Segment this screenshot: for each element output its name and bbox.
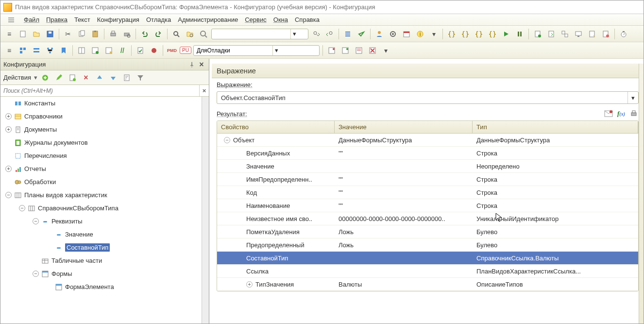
cut-icon[interactable]: ✂ xyxy=(62,28,74,40)
add-icon[interactable] xyxy=(39,72,51,84)
print-result-icon[interactable] xyxy=(629,109,639,119)
tree-row[interactable]: Значение xyxy=(0,228,209,241)
edit-icon[interactable] xyxy=(53,72,65,84)
config-tree[interactable]: Константы+Справочники+ДокументыЖурналы д… xyxy=(0,97,209,324)
print-preview-icon[interactable] xyxy=(121,28,133,40)
doc-plus-icon[interactable] xyxy=(532,28,543,40)
tree-row[interactable]: −Формы xyxy=(0,267,209,280)
grid-row[interactable]: СоставнойТипСправочникСсылка.Валюты xyxy=(217,252,638,265)
win4-icon[interactable] xyxy=(367,45,378,56)
grid-row[interactable]: +ТипЗначенияВалютыОписаниеТипов xyxy=(217,278,638,291)
grid-row[interactable]: ЗначениеНеопределено xyxy=(217,160,638,173)
settings-icon[interactable] xyxy=(387,28,399,40)
tree-row[interactable]: −СправочникСВыборомТипа xyxy=(0,202,209,215)
actions-menu[interactable]: Действия xyxy=(3,74,31,81)
expand-collapse-icon[interactable]: − xyxy=(33,271,39,277)
expand-collapse-icon[interactable]: − xyxy=(33,218,39,224)
list-icon[interactable] xyxy=(342,28,354,40)
doc-group-icon[interactable] xyxy=(559,28,571,40)
clear-search-icon[interactable]: × xyxy=(199,85,209,96)
menu-windows[interactable]: Окна xyxy=(273,16,288,23)
menu-help[interactable]: Справка xyxy=(295,16,320,23)
win3-icon[interactable] xyxy=(353,45,365,56)
menu-configuration[interactable]: Конфигурация xyxy=(97,16,139,23)
chevron-down-icon[interactable]: ▾ xyxy=(34,74,37,81)
fx-icon[interactable]: f(x) xyxy=(616,109,626,119)
right-dock-strip[interactable] xyxy=(639,64,644,324)
open-folder-icon[interactable] xyxy=(31,28,42,40)
run-play-icon[interactable] xyxy=(500,28,512,40)
tree-row[interactable]: +Справочники xyxy=(0,110,209,123)
table-refresh-icon[interactable] xyxy=(89,45,101,56)
module-list-icon[interactable] xyxy=(31,45,42,56)
win1-icon[interactable] xyxy=(326,45,338,56)
grid-row[interactable]: ИмяПредопределенн..""Строка xyxy=(217,173,638,186)
tree-row[interactable]: СоставнойТип xyxy=(0,241,209,254)
doc-arrow-icon[interactable] xyxy=(545,28,557,40)
grid-row[interactable]: ПометкаУдаленияЛожьБулево xyxy=(217,225,638,239)
toggle-icon[interactable]: ≡ xyxy=(3,28,15,40)
table-lock-icon[interactable] xyxy=(103,45,115,56)
tree-row[interactable]: Журналы документов xyxy=(0,136,209,149)
tree-row[interactable]: Перечисления xyxy=(0,149,209,162)
tree-row[interactable]: −Планы видов характеристик xyxy=(0,188,209,202)
add-doc-icon[interactable] xyxy=(67,72,78,84)
expand-collapse-icon[interactable]: − xyxy=(5,192,12,198)
tree-row[interactable]: −Реквизиты xyxy=(0,215,209,228)
tree-row[interactable]: ФормаЭлемента xyxy=(0,280,209,293)
tree-row[interactable]: Константы xyxy=(0,97,209,110)
module-tree-icon[interactable] xyxy=(44,45,56,56)
doc-monitor-icon[interactable] xyxy=(573,28,584,40)
comment-icon[interactable]: // xyxy=(117,45,128,56)
chevron-down-icon[interactable]: ▾ xyxy=(627,92,638,103)
expression-input[interactable]: Объект.СоставнойТип ▾ xyxy=(217,91,639,104)
stopwatch-icon[interactable] xyxy=(618,28,629,40)
win2-icon[interactable] xyxy=(339,45,351,56)
grid-row[interactable]: ВерсияДанных""Строка xyxy=(217,147,638,160)
debug-target-input[interactable] xyxy=(194,46,272,55)
grid-row[interactable]: ПредопределенныйЛожьБулево xyxy=(217,239,638,252)
copy-icon[interactable] xyxy=(76,28,87,40)
chevron-down-icon[interactable]: ▾ xyxy=(380,45,392,56)
save-icon[interactable] xyxy=(44,28,56,40)
pause-icon[interactable] xyxy=(514,28,525,40)
find-next-icon[interactable] xyxy=(310,28,322,40)
menu-debug[interactable]: Отладка xyxy=(146,16,171,23)
brace-out-icon[interactable]: {} xyxy=(473,28,485,40)
pin-icon[interactable] xyxy=(188,61,195,68)
toggle2-icon[interactable]: ≡ xyxy=(3,45,15,56)
expand-collapse-icon[interactable]: + xyxy=(5,113,12,119)
redo-icon[interactable] xyxy=(153,28,164,40)
bookmark-icon[interactable] xyxy=(58,45,69,56)
chevron-down-icon[interactable]: ▾ xyxy=(272,46,280,55)
col-property[interactable]: Свойство xyxy=(217,121,335,133)
brace-step-icon[interactable]: {} xyxy=(446,28,458,40)
scrollbar[interactable] xyxy=(202,97,209,324)
delete-icon[interactable]: × xyxy=(80,72,92,84)
menu-edit[interactable]: Правка xyxy=(46,16,68,23)
find-prev-icon[interactable] xyxy=(324,28,336,40)
tree-row[interactable]: Обработки xyxy=(0,175,209,188)
paste-icon[interactable] xyxy=(89,28,101,40)
table-a-icon[interactable] xyxy=(76,45,87,56)
grid-row[interactable]: Наименование""Строка xyxy=(217,199,638,212)
chevron-down-icon[interactable]: ▾ xyxy=(428,28,440,40)
envelope-icon[interactable] xyxy=(604,109,613,119)
expand-collapse-icon[interactable]: + xyxy=(246,281,253,288)
menu-admin[interactable]: Администрирование xyxy=(178,16,238,23)
brace-run-icon[interactable]: {} xyxy=(487,28,498,40)
col-type[interactable]: Тип xyxy=(473,121,638,133)
menu-file[interactable]: Файл xyxy=(24,16,39,23)
grid-row[interactable]: Код""Строка xyxy=(217,186,638,199)
tree-row[interactable]: Табличные части xyxy=(0,254,209,267)
config-search-input[interactable] xyxy=(0,87,199,94)
zoom-icon[interactable] xyxy=(198,28,209,40)
menu-service[interactable]: Сервис xyxy=(245,16,267,23)
folder-search-icon[interactable] xyxy=(184,28,196,40)
user-icon[interactable] xyxy=(373,28,385,40)
menu-toggle-icon[interactable] xyxy=(5,14,17,26)
undo-icon[interactable] xyxy=(139,28,151,40)
new-file-icon[interactable] xyxy=(17,28,29,40)
debug-target-combo[interactable]: ▾ xyxy=(193,45,320,56)
chevron-down-icon[interactable]: ▾ xyxy=(290,29,298,39)
